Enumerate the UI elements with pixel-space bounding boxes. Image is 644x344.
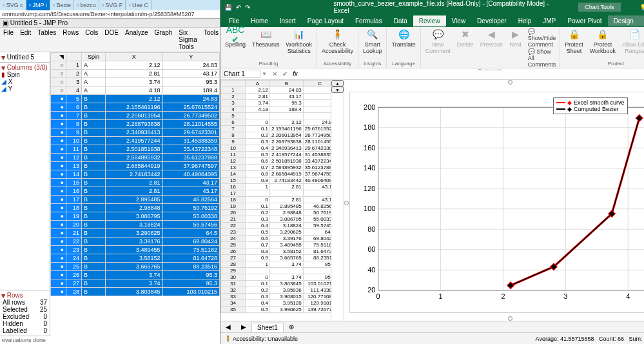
table-row[interactable]: ○1A2.1224.83 xyxy=(51,61,220,70)
table-row[interactable]: ○3A3.7495.3 xyxy=(51,78,220,86)
table-row[interactable]: 210.33.08679555.00338 xyxy=(221,216,332,223)
menu-item[interactable]: Analyze xyxy=(122,28,151,52)
table-row[interactable]: ●19B3.08679555.00338 xyxy=(51,212,220,221)
table-row[interactable]: 190.12.89548546.82564 xyxy=(221,203,332,210)
table-row[interactable]: ●18B2.9884850.76192 xyxy=(51,204,220,212)
column-header[interactable]: X xyxy=(106,53,162,61)
ribbon-tab[interactable]: View xyxy=(446,15,472,26)
table-row[interactable]: 350.53.990625139.726775 xyxy=(221,307,332,313)
column-header[interactable]: A xyxy=(246,81,270,87)
sheet-tab[interactable]: Sheet1 xyxy=(251,323,284,332)
table-row[interactable]: ●11B2.50185193833.43722348 xyxy=(51,145,220,154)
table-row[interactable]: ●10B2.41957724431.45388359 xyxy=(51,137,220,145)
cancel-icon[interactable]: ✕ xyxy=(272,70,277,77)
table-row[interactable]: 270.93.66576588.23516 xyxy=(221,255,332,261)
table-row[interactable]: 320.23.85936111.43384 xyxy=(221,287,332,294)
add-sheet-button[interactable]: ⊕ xyxy=(284,323,299,331)
selection-handle[interactable] xyxy=(508,316,512,321)
column-item[interactable]: ◢ X xyxy=(1,78,48,85)
table-row[interactable]: 17 xyxy=(221,190,332,197)
table-row[interactable]: 250.73.48945575.51182 xyxy=(221,242,332,248)
column-header[interactable]: Y xyxy=(162,53,219,61)
table-row[interactable]: ○4A4.18189.4 xyxy=(51,86,220,95)
corner-cell[interactable]: ◥ xyxy=(51,53,66,61)
table-row[interactable]: ●5B2.1224.83 xyxy=(51,95,220,103)
selection-handle[interactable] xyxy=(508,80,512,85)
menu-item[interactable]: Edit xyxy=(17,28,34,52)
table-row[interactable]: 310.13.803845103.010215 xyxy=(221,281,332,287)
browser-tab[interactable]: ▫ SVG c xyxy=(0,0,26,10)
chart[interactable]: ◆Excel smooth curve ◆Computed Bezier 204… xyxy=(349,92,644,313)
menu-item[interactable]: Cols xyxy=(82,28,101,52)
ribbon-tab[interactable]: Power Pivot xyxy=(561,15,607,26)
ribbon-tab[interactable]: Help xyxy=(512,15,538,26)
formula-input[interactable] xyxy=(304,70,644,77)
spelling-button[interactable]: ABC✔Spelling xyxy=(223,28,248,55)
ribbon-tab[interactable]: Page Layout xyxy=(302,15,349,26)
table-row[interactable]: ●13B2.66584491937.96747597 xyxy=(51,162,220,170)
table-row[interactable]: ●24B3.5815281.64728 xyxy=(51,254,220,263)
table-row[interactable]: 5 xyxy=(221,113,332,119)
column-item[interactable]: ◢ Y xyxy=(1,85,48,92)
table-row[interactable]: 1612.8143.17 xyxy=(221,184,332,190)
table-row[interactable]: 33.7495.3 xyxy=(221,100,332,106)
column-item[interactable]: ▮ Spin xyxy=(1,71,48,78)
table-row[interactable]: 3003.7495.3 xyxy=(221,274,332,281)
table-row[interactable]: 2813.7495.3 xyxy=(221,261,332,268)
table-row[interactable]: ●28B3.803845103.010215 xyxy=(51,288,220,296)
column-header[interactable]: Spin xyxy=(82,53,106,61)
ribbon-tab[interactable]: Format xyxy=(639,15,644,26)
ribbon-tab[interactable]: Data xyxy=(388,15,413,26)
show-hide-comment[interactable]: 💬 Show/Hide Comment xyxy=(527,28,558,48)
legend[interactable]: ◆Excel smooth curve ◆Computed Bezier xyxy=(553,97,628,114)
menu-item[interactable]: Tables xyxy=(34,28,59,52)
table-row[interactable]: ●23B3.48945575.51182 xyxy=(51,246,220,254)
table-row[interactable]: 602.1224.83 xyxy=(221,119,332,126)
check-accessibility-button[interactable]: 🧍Check Accessibility xyxy=(320,28,355,55)
table-row[interactable]: 150.92.7418344240.49064095 xyxy=(221,177,332,184)
table-row[interactable]: ●26B3.7495.3 xyxy=(51,271,220,279)
column-header[interactable]: B xyxy=(270,81,304,87)
table-panel[interactable]: ▶ Untitled 5 xyxy=(0,52,50,63)
table-row[interactable]: 22.8143.17 xyxy=(221,94,332,100)
table-row[interactable]: ●25B3.66576588.23516 xyxy=(51,263,220,271)
dropdown-icon[interactable]: ▼ xyxy=(262,71,267,77)
browser-tab[interactable]: ▫ bezco xyxy=(74,0,99,10)
table-row[interactable]: ●9B2.34093641329.67423301 xyxy=(51,128,220,137)
table-row[interactable]: ●7B2.20601395426.77349502 xyxy=(51,112,220,120)
wbstats-button[interactable]: 📊Workbook Statistics xyxy=(284,28,314,55)
menu-item[interactable]: Graph xyxy=(151,28,176,52)
browser-tab[interactable]: ▫ SVG F xyxy=(99,0,126,10)
table-row[interactable]: 240.63.3917669.80424 xyxy=(221,236,332,242)
table-row[interactable]: 110.52.41957724431.45388359 xyxy=(221,152,332,158)
thesaurus-button[interactable]: 📖Thesaurus xyxy=(250,28,282,55)
table-row[interactable]: ○2A2.8143.17 xyxy=(51,70,220,78)
browser-tab[interactable]: ▫ Bezie xyxy=(50,0,74,10)
table-row[interactable]: ●6B2.15546119625.67615524 xyxy=(51,103,220,112)
smart-lookup-button[interactable]: 🔍Smart Lookup xyxy=(361,28,384,55)
table-row[interactable]: 29 xyxy=(221,268,332,274)
spin-up-button[interactable]: ▲ xyxy=(331,80,344,86)
table-row[interactable]: ●8B2.26879383828.11014555 xyxy=(51,120,220,128)
name-box[interactable] xyxy=(222,70,260,78)
save-icon[interactable]: 💾 xyxy=(224,4,232,11)
table-row[interactable]: 230.53.29062564.5 xyxy=(221,229,332,236)
ribbon-tab[interactable]: Formulas xyxy=(349,15,388,26)
ribbon-tab[interactable]: Design xyxy=(608,15,639,26)
table-row[interactable]: 44.18189.4 xyxy=(221,106,332,113)
menu-item[interactable]: File xyxy=(0,28,17,52)
table-row[interactable]: ●21B3.29062564.5 xyxy=(51,229,220,238)
spin-down-button[interactable]: ▼ xyxy=(331,86,344,93)
table-row[interactable]: 220.43.1882459.57456 xyxy=(221,223,332,229)
ribbon-tab[interactable]: Home xyxy=(245,15,274,26)
translate-button[interactable]: 🌐Translate xyxy=(389,28,417,48)
show-all-comments[interactable]: 💬 Show All Comments xyxy=(527,48,558,68)
excel-grid[interactable]: ABC12.1224.8322.8143.1733.7495.344.18189… xyxy=(220,80,331,321)
table-row[interactable]: ●16B2.8143.17 xyxy=(51,187,220,196)
browser-tab[interactable]: ▫ JMP i xyxy=(26,0,50,10)
table-row[interactable]: ●15B2.8143.17 xyxy=(51,179,220,187)
menu-item[interactable]: Tools xyxy=(200,28,222,52)
menu-item[interactable]: DOE xyxy=(101,28,122,52)
table-row[interactable]: 200.22.9884850.76192 xyxy=(221,210,332,216)
table-row[interactable]: 120.62.50185193833.43722348 xyxy=(221,158,332,165)
